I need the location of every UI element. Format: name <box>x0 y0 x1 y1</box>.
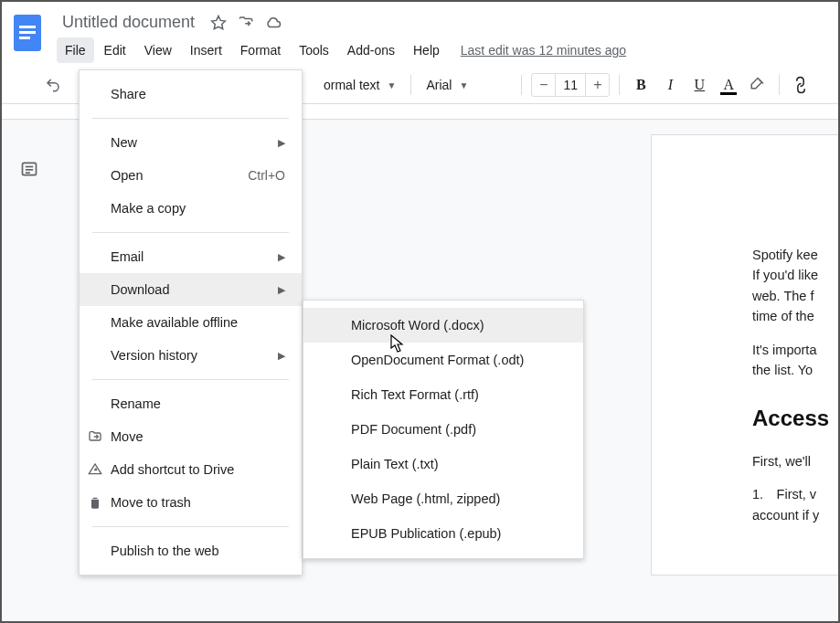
menu-item-move-trash[interactable]: Move to trash <box>80 486 302 519</box>
chevron-right-icon: ▶ <box>278 350 285 362</box>
highlight-button[interactable] <box>746 73 770 97</box>
separator <box>779 75 780 95</box>
menu-item-add-shortcut[interactable]: Add shortcut to Drive <box>80 453 302 486</box>
paragraph-style-label: ormal text <box>324 78 379 92</box>
folder-move-icon <box>87 428 103 445</box>
chevron-down-icon: ▼ <box>459 80 468 90</box>
title-row: Untitled document <box>57 9 838 37</box>
menu-item-new[interactable]: New▶ <box>80 126 302 159</box>
menu-item-move[interactable]: Move <box>80 420 302 453</box>
font-size-stepper: − 11 + <box>531 73 610 97</box>
svg-rect-3 <box>19 37 30 39</box>
menu-item-make-copy[interactable]: Make a copy <box>80 192 302 225</box>
submenu-item-pdf[interactable]: PDF Document (.pdf) <box>303 412 583 447</box>
doc-text: It's importathe list. Yo <box>752 340 840 381</box>
outline-toggle-button[interactable] <box>13 153 46 185</box>
font-size-decrease[interactable]: − <box>532 74 556 96</box>
shortcut-label: Ctrl+O <box>248 168 285 183</box>
menu-item-version-history[interactable]: Version history▶ <box>80 339 302 372</box>
separator <box>619 75 620 95</box>
document-page[interactable]: Spotify keeIf you'd likeweb. The ftime o… <box>651 134 840 575</box>
doc-title[interactable]: Untitled document <box>57 11 200 34</box>
menu-addons[interactable]: Add-ons <box>339 37 403 63</box>
underline-button[interactable]: U <box>687 73 711 97</box>
chevron-right-icon: ▶ <box>278 284 285 296</box>
menu-item-open[interactable]: OpenCtrl+O <box>80 159 302 192</box>
menu-separator <box>92 526 289 527</box>
menu-insert[interactable]: Insert <box>182 37 230 63</box>
chevron-right-icon: ▶ <box>278 137 285 149</box>
svg-marker-4 <box>212 16 226 28</box>
insert-link-button[interactable] <box>789 73 813 97</box>
file-menu-dropdown: Share New▶ OpenCtrl+O Make a copy Email▶… <box>79 69 303 575</box>
menu-separator <box>92 118 289 119</box>
menu-item-download[interactable]: Download▶ <box>80 273 302 306</box>
menu-item-share[interactable]: Share <box>80 78 302 111</box>
menu-format[interactable]: Format <box>232 37 289 63</box>
menu-item-rename[interactable]: Rename <box>80 387 302 420</box>
submenu-item-odt[interactable]: OpenDocument Format (.odt) <box>303 343 583 377</box>
menu-tools[interactable]: Tools <box>291 37 337 63</box>
submenu-item-rtf[interactable]: Rich Text Format (.rtf) <box>303 377 583 412</box>
left-rail <box>13 153 46 185</box>
menubar: File Edit View Insert Format Tools Add-o… <box>57 37 838 63</box>
font-size-value[interactable]: 11 <box>556 78 585 92</box>
font-label: Arial <box>426 78 452 92</box>
font-dropdown[interactable]: Arial▼ <box>420 74 512 96</box>
submenu-item-docx[interactable]: Microsoft Word (.docx) <box>303 308 583 343</box>
move-folder-icon[interactable] <box>237 14 255 32</box>
undo-button[interactable] <box>40 72 66 98</box>
svg-rect-2 <box>19 31 36 34</box>
menu-item-email[interactable]: Email▶ <box>80 240 302 273</box>
menu-separator <box>92 232 289 233</box>
bold-button[interactable]: B <box>629 73 653 97</box>
cloud-status-icon[interactable] <box>264 14 282 32</box>
download-submenu: Microsoft Word (.docx) OpenDocument Form… <box>303 300 584 559</box>
submenu-item-txt[interactable]: Plain Text (.txt) <box>303 447 583 481</box>
star-icon[interactable] <box>209 14 228 32</box>
trash-icon <box>87 494 103 511</box>
menu-item-make-offline[interactable]: Make available offline <box>80 306 302 339</box>
paragraph-style-dropdown[interactable]: ormal text▼ <box>318 74 401 96</box>
menu-view[interactable]: View <box>136 37 180 63</box>
doc-text: 1. First, vaccount if y <box>752 484 840 525</box>
menu-item-publish[interactable]: Publish to the web <box>80 534 302 567</box>
italic-button[interactable]: I <box>658 73 682 97</box>
docs-logo[interactable] <box>9 9 46 57</box>
submenu-item-html[interactable]: Web Page (.html, zipped) <box>303 481 583 516</box>
svg-rect-1 <box>19 26 36 28</box>
chevron-down-icon: ▼ <box>387 80 396 90</box>
last-edit-link[interactable]: Last edit was 12 minutes ago <box>461 43 626 58</box>
app-header: Untitled document File Edit View Insert … <box>2 2 838 63</box>
chevron-right-icon: ▶ <box>278 251 285 263</box>
menu-file[interactable]: File <box>57 37 94 63</box>
doc-heading: Access <box>752 401 840 435</box>
drive-shortcut-icon <box>87 461 103 478</box>
doc-text: First, we'll <box>752 451 840 471</box>
separator <box>410 75 411 95</box>
font-size-increase[interactable]: + <box>585 74 609 96</box>
text-color-button[interactable]: A <box>717 73 740 97</box>
doc-text: Spotify keeIf you'd likeweb. The ftime o… <box>752 245 840 327</box>
separator <box>521 75 522 95</box>
submenu-item-epub[interactable]: EPUB Publication (.epub) <box>303 516 583 551</box>
menu-help[interactable]: Help <box>405 37 448 63</box>
title-area: Untitled document File Edit View Insert … <box>57 9 838 63</box>
menu-separator <box>92 379 289 380</box>
menu-edit[interactable]: Edit <box>96 37 134 63</box>
